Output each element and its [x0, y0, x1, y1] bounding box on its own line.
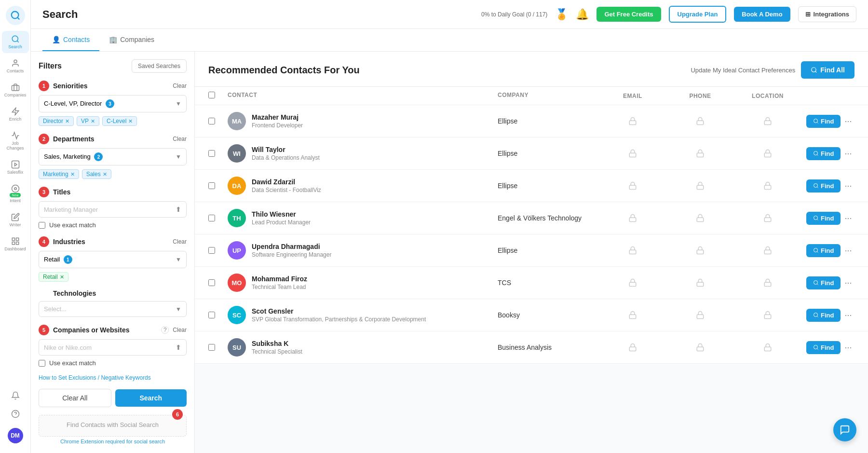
sidebar-item-enrich[interactable]: Enrich — [2, 103, 29, 125]
departments-count: 2 — [94, 152, 103, 161]
technologies-placeholder: Select... — [44, 305, 67, 313]
sidebar-item-contacts[interactable]: Contacts — [2, 55, 29, 77]
more-options-button[interactable]: ··· — [844, 278, 852, 288]
find-button[interactable]: Find — [806, 147, 841, 160]
integrations-button[interactable]: ⊞ Integrations — [798, 6, 856, 22]
industries-select[interactable]: Retail 1 ▼ — [39, 251, 187, 268]
sidebar-item-companies[interactable]: Companies — [2, 79, 29, 101]
find-button[interactable]: Find — [806, 212, 841, 225]
svg-rect-31 — [764, 185, 771, 189]
email-lock-icon — [628, 311, 637, 319]
saved-searches-button[interactable]: Saved Searches — [132, 59, 187, 73]
chat-fab-button[interactable] — [833, 418, 856, 441]
row-select-checkbox[interactable] — [208, 182, 215, 189]
sidebar-item-search[interactable]: Search — [2, 31, 29, 53]
sidebar-item-dashboard[interactable]: Dashboard — [2, 233, 29, 255]
find-button[interactable]: Find — [806, 115, 841, 128]
find-all-button[interactable]: Find All — [801, 61, 854, 79]
phone-col — [671, 149, 729, 158]
contact-company: TCS — [498, 279, 594, 287]
more-options-button[interactable]: ··· — [844, 246, 852, 256]
companies-websites-tooltip-icon: ? — [161, 326, 169, 334]
email-lock-icon — [628, 214, 637, 222]
more-options-button[interactable]: ··· — [844, 310, 852, 320]
row-select-checkbox[interactable] — [208, 247, 215, 254]
titles-exact-match-label: Use exact match — [49, 221, 96, 229]
find-button[interactable]: Find — [806, 276, 841, 289]
companies-websites-input[interactable]: Nike or Nike.com ⬆ — [39, 339, 187, 356]
find-button[interactable]: Find — [806, 309, 841, 322]
sidebar-item-writer[interactable]: Writer — [2, 209, 29, 231]
sidebar-item-job-changes[interactable]: Job Changes — [2, 127, 29, 154]
row-select-checkbox[interactable] — [208, 150, 215, 157]
sidebar-item-salesflix[interactable]: Salesflix — [2, 156, 29, 178]
more-options-button[interactable]: ··· — [844, 116, 852, 126]
select-all-checkbox[interactable] — [208, 92, 215, 98]
user-avatar[interactable]: DM — [8, 428, 23, 443]
tab-contacts[interactable]: 👤 Contacts — [42, 29, 99, 51]
email-lock-icon — [628, 117, 637, 125]
tag-retail[interactable]: Retail ✕ — [39, 272, 68, 282]
tag-sales-remove-icon[interactable]: ✕ — [103, 171, 107, 178]
email-col — [594, 246, 671, 255]
clear-all-button[interactable]: Clear All — [39, 389, 111, 407]
titles-upload-icon[interactable]: ⬆ — [176, 206, 181, 213]
update-prefs-button[interactable]: Update My Ideal Contact Preferences — [691, 67, 795, 74]
more-options-button[interactable]: ··· — [844, 213, 852, 223]
contact-info: DA Dawid Zdarzil Data Scientist - Footba… — [228, 177, 498, 195]
svg-rect-46 — [764, 282, 771, 286]
search-button[interactable]: Search — [115, 389, 187, 407]
departments-clear[interactable]: Clear — [173, 136, 187, 142]
tag-clevel[interactable]: C-Level ✕ — [102, 116, 137, 126]
sidebar-item-help[interactable] — [2, 406, 29, 422]
companies-websites-upload-icon[interactable]: ⬆ — [176, 343, 181, 351]
contact-name: Subiksha K — [252, 340, 302, 347]
row-select-checkbox[interactable] — [208, 344, 215, 351]
companies-websites-clear[interactable]: Clear — [173, 327, 187, 333]
svg-point-42 — [814, 248, 818, 252]
tab-companies[interactable]: 🏢 Companies — [99, 29, 164, 51]
tag-sales[interactable]: Sales ✕ — [82, 169, 111, 179]
companies-websites-exact-match-checkbox[interactable] — [39, 360, 45, 367]
sidebar-item-notifications[interactable] — [2, 387, 29, 404]
header-location: Location — [729, 92, 806, 100]
more-options-button[interactable]: ··· — [844, 149, 852, 159]
find-button[interactable]: Find — [806, 244, 841, 257]
email-lock-icon — [628, 343, 637, 352]
tag-marketing[interactable]: Marketing ✕ — [39, 169, 79, 179]
industries-clear[interactable]: Clear — [173, 238, 187, 245]
location-col — [729, 181, 806, 190]
find-button[interactable]: Find — [806, 341, 841, 354]
tag-vp-remove-icon[interactable]: ✕ — [91, 118, 95, 124]
row-select-checkbox[interactable] — [208, 312, 215, 318]
tag-marketing-remove-icon[interactable]: ✕ — [70, 171, 75, 178]
sidebar-item-intent[interactable]: New Intent — [2, 180, 29, 207]
row-select-checkbox[interactable] — [208, 118, 215, 124]
tag-retail-remove-icon[interactable]: ✕ — [60, 274, 64, 280]
location-col — [729, 343, 806, 352]
departments-select[interactable]: Sales, Marketing 2 ▼ — [39, 148, 187, 165]
tag-clevel-remove-icon[interactable]: ✕ — [128, 118, 133, 124]
get-free-credits-button[interactable]: Get Free Credits — [597, 7, 661, 22]
more-options-button[interactable]: ··· — [844, 181, 852, 191]
row-select-checkbox[interactable] — [208, 215, 215, 221]
row-select-checkbox[interactable] — [208, 279, 215, 286]
upgrade-plan-button[interactable]: Upgrade Plan — [669, 6, 727, 23]
book-demo-button[interactable]: Book A Demo — [734, 7, 790, 22]
tag-director[interactable]: Director ✕ — [39, 116, 74, 126]
negative-keywords-link[interactable]: How to Set Exclusions / Negative Keyword… — [39, 374, 187, 381]
contact-info: WI Will Taylor Data & Operations Analyst — [228, 144, 498, 163]
tag-director-remove-icon[interactable]: ✕ — [65, 118, 69, 124]
seniorities-clear[interactable]: Clear — [173, 82, 187, 89]
companies-websites-exact-match-label: Use exact match — [49, 359, 96, 367]
tag-vp[interactable]: VP ✕ — [77, 116, 99, 126]
more-options-button[interactable]: ··· — [844, 343, 852, 353]
find-button[interactable]: Find — [806, 179, 841, 192]
seniorities-select[interactable]: C-Level, VP, Director 3 ▼ — [39, 95, 187, 112]
titles-input[interactable]: Marketing Manager ⬆ — [39, 201, 187, 218]
social-search-box[interactable]: Find Contacts with Social Search — [39, 415, 187, 437]
contact-title: Frontend Developer — [252, 122, 303, 129]
titles-exact-match-checkbox[interactable] — [39, 222, 45, 229]
technologies-select[interactable]: Select... ▼ — [39, 301, 187, 317]
seniorities-filter: 1 Seniorities Clear C-Level, VP, Directo… — [39, 81, 187, 126]
